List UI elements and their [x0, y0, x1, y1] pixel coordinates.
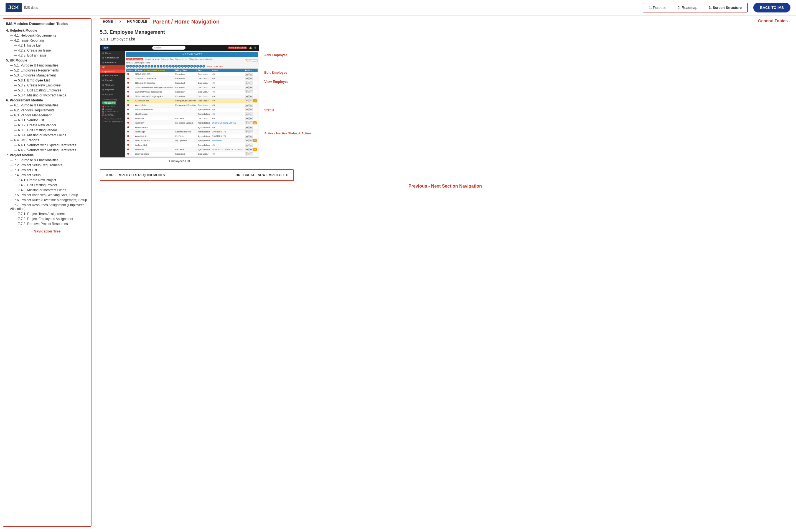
letter-filter-dot[interactable]: H — [148, 65, 150, 68]
settings-btn[interactable]: ⚙ — [245, 139, 249, 142]
letter-filter-dot[interactable]: V — [190, 65, 193, 68]
ims-nav-reports[interactable]: Reports — [100, 92, 125, 97]
settings-btn[interactable]: ⚙ — [245, 135, 249, 138]
user-icon[interactable]: 👤 — [254, 46, 257, 49]
tree-item[interactable]: —7.7. Project Resources Assignment (Empl… — [6, 203, 88, 211]
tree-item[interactable]: —5.3.4. Missing or Incorrect Fields — [6, 93, 88, 98]
letter-filter-dot[interactable]: M — [163, 65, 166, 68]
subsidiary-jck-singapore[interactable]: 🇸🇬 JCK SINGAPORE — [102, 111, 123, 113]
letter-filter-dot[interactable]: Z — [202, 65, 205, 68]
letter-filter-dot[interactable]: Y — [199, 65, 202, 68]
letter-filter-dot[interactable]: R — [178, 65, 181, 68]
edit-btn[interactable]: ✏ — [249, 135, 253, 138]
letter-filter-dot[interactable]: I — [151, 65, 153, 68]
ims-nav-procurement[interactable]: Procurement — [100, 73, 125, 78]
bell-icon[interactable]: 🔔 — [249, 46, 252, 49]
edit-btn[interactable]: ✏ — [249, 108, 253, 111]
tree-item[interactable]: —7.7.3. Remove Project Resources — [6, 222, 88, 226]
edit-btn[interactable]: ✏ — [249, 103, 253, 107]
settings-btn[interactable]: ⚙ — [245, 95, 249, 98]
tree-item[interactable]: —6.4.2. Vendors with Missing Certificate… — [6, 148, 88, 153]
settings-btn[interactable]: ⚙ — [245, 86, 249, 89]
letter-filter-dot[interactable]: Q — [175, 65, 178, 68]
back-to-ims-button[interactable]: BACK TO IMS — [753, 3, 791, 13]
settings-btn[interactable]: ⚙ — [245, 126, 249, 129]
settings-btn[interactable]: ⚙ — [245, 77, 249, 80]
tree-item[interactable]: —7.3. Project List — [6, 168, 88, 173]
edit-btn[interactable]: ✏ — [249, 90, 253, 93]
tree-item[interactable]: —4.2.2. Create an Issue — [6, 48, 88, 53]
tree-item[interactable]: —5.3.3. Edit Existing Employee — [6, 88, 88, 93]
ims-nav-helpdesk[interactable]: Helpdesk — [100, 87, 125, 92]
tree-item[interactable]: —4.2. Issue Reporting — [6, 38, 88, 43]
edit-btn[interactable]: ✏ — [249, 113, 253, 116]
tree-item[interactable]: —7.7.1. Project Team Assignment — [6, 211, 88, 216]
settings-btn[interactable]: ⚙ — [245, 148, 249, 151]
tree-item[interactable]: —5.1. Purpose & Functionalities — [6, 63, 88, 68]
extra-btn[interactable]: ☰ — [253, 139, 257, 142]
edit-btn[interactable]: ✏ — [249, 130, 253, 133]
ims-nav-attendance[interactable]: Attendance — [100, 60, 125, 65]
settings-btn[interactable]: ⚙ — [245, 121, 249, 125]
vendor-link[interactable]: MARS INSTALLATION & CLADDING L — [212, 149, 243, 150]
subsidiary-active[interactable]: PTE JCK UK — [102, 101, 116, 104]
letter-filter-dot[interactable]: B — [129, 65, 132, 68]
letter-filter-dot[interactable]: P — [172, 65, 175, 68]
letter-filter-dot[interactable]: W — [193, 65, 196, 68]
edit-btn[interactable]: ✏ — [249, 99, 253, 102]
tree-item[interactable]: —7.5. Project Variables (Working Shift) … — [6, 193, 88, 197]
ims-nav-time-mgt[interactable]: Time Mgt — [100, 82, 125, 87]
tree-item[interactable]: —6.2. Vendors Requirements — [6, 108, 88, 113]
edit-btn[interactable]: ✏ — [249, 77, 253, 80]
subsidiary-jck-canada[interactable]: 🇨🇦 JCK CANADA — [102, 106, 123, 108]
tree-item[interactable]: —6.3. Vendor Management — [6, 113, 88, 118]
edit-btn[interactable]: ✏ — [249, 86, 253, 89]
tree-item[interactable]: —4.2.3. Edit an Issue — [6, 53, 88, 58]
ims-nav-projects[interactable]: Projects — [100, 78, 125, 82]
nav-purpose[interactable]: 1. Purpose — [643, 3, 672, 12]
settings-btn[interactable]: ⚙ — [245, 144, 249, 147]
edit-btn[interactable]: ✏ — [249, 139, 253, 142]
letter-filter-dot[interactable]: J — [154, 65, 156, 68]
letter-filter-dot[interactable]: D — [135, 65, 138, 68]
edit-btn[interactable]: ✏ — [249, 126, 253, 129]
ims-search[interactable]: Search — [152, 46, 185, 50]
settings-btn[interactable]: ⚙ — [245, 90, 249, 93]
letter-filter-dot[interactable]: A — [126, 65, 129, 68]
nav-prev-button[interactable]: < HR - EMPLOYEES REQUIREMENTS — [106, 173, 165, 177]
nav-roadmap[interactable]: 2. Roadmap — [672, 3, 703, 12]
letter-filter-dot[interactable]: N — [166, 65, 169, 68]
vendor-link[interactable]: ON SITE (LONDON) LIMITED — [212, 122, 236, 124]
tree-item[interactable]: 5. HR Module — [6, 58, 88, 63]
breadcrumb-home[interactable]: HOME — [100, 18, 116, 25]
letter-filter-dot[interactable]: K — [156, 65, 160, 68]
tree-item[interactable]: —6.3.3. Edit Existing Vendor — [6, 128, 88, 133]
vendor-link[interactable]: recruitment2 — [212, 140, 222, 141]
edit-btn[interactable]: ✏ — [249, 73, 253, 76]
tree-item[interactable]: —4.1. Helpdesk Requirements — [6, 33, 88, 38]
extra-btn[interactable]: ☰ — [253, 99, 257, 102]
tree-item[interactable]: —6.3.2. Create New Vendor — [6, 123, 88, 128]
tree-item[interactable]: —7.4. Project Setup — [6, 173, 88, 177]
edit-btn[interactable]: ✏ — [249, 121, 253, 125]
edit-btn[interactable]: ✏ — [249, 152, 253, 155]
tree-item[interactable]: —7.2. Project Setup Requirements — [6, 163, 88, 168]
letter-filter-dot[interactable]: S — [181, 65, 184, 68]
ims-nav-admin[interactable]: Administration — [100, 55, 125, 60]
tree-item[interactable]: —6.4. IMS Reports — [6, 138, 88, 143]
letter-filter-dot[interactable]: G — [145, 65, 147, 68]
tree-item[interactable]: 7. Project Module — [6, 153, 88, 158]
settings-btn[interactable]: ⚙ — [245, 73, 249, 76]
tree-item[interactable]: —6.3.4. Missing or Incorrect Fields — [6, 133, 88, 138]
subsidiary-chapman[interactable]: ⭕ CHAPMAN RECRUITMENT — [102, 113, 123, 117]
settings-btn[interactable]: ⚙ — [245, 117, 249, 120]
settings-btn[interactable]: ⚙ — [245, 152, 249, 155]
tree-item[interactable]: —5.3. Employee Management — [6, 73, 88, 78]
edit-btn[interactable]: ✏ — [249, 144, 253, 147]
extra-btn[interactable]: ☰ — [253, 148, 257, 151]
ims-add-employee-btn[interactable]: Add Employee — [245, 60, 258, 62]
subsidiary-jck-usa[interactable]: 🇺🇸 JCK USA — [102, 108, 123, 110]
tree-item[interactable]: —7.1. Purpose & Functionalities — [6, 158, 88, 163]
nav-next-button[interactable]: HR - CREATE NEW EMPLOYEE > — [236, 173, 288, 177]
tree-item[interactable]: —5.2. Employees Requirements — [6, 68, 88, 73]
